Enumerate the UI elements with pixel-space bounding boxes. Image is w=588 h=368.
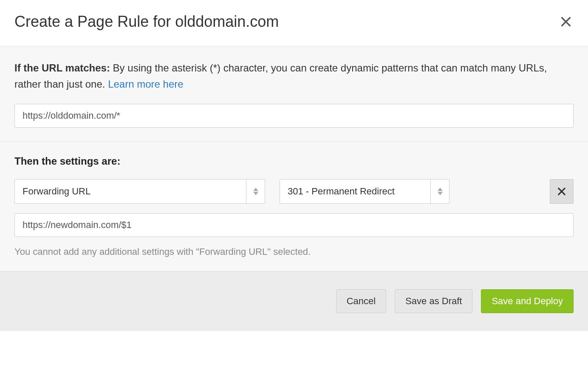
learn-more-link[interactable]: Learn more here — [108, 78, 183, 90]
redirect-type-select[interactable]: 301 - Permanent Redirect — [280, 179, 449, 204]
redirect-type-value: 301 - Permanent Redirect — [280, 180, 430, 203]
settings-note: You cannot add any additional settings w… — [14, 246, 574, 257]
select-stepper-icon — [430, 180, 449, 203]
page-rule-modal: Create a Page Rule for olddomain.com If … — [0, 0, 588, 331]
settings-row: Forwarding URL 301 - Permanent Redirect — [14, 179, 574, 204]
spacer — [464, 179, 535, 204]
modal-footer: Cancel Save as Draft Save and Deploy — [0, 271, 588, 331]
save-deploy-button[interactable]: Save and Deploy — [481, 289, 574, 313]
svg-marker-4 — [438, 188, 443, 191]
remove-setting-button[interactable] — [550, 179, 574, 204]
settings-section: Then the settings are: Forwarding URL 30… — [0, 142, 588, 271]
url-match-section: If the URL matches: By using the asteris… — [0, 46, 588, 142]
svg-marker-2 — [253, 188, 258, 191]
cancel-button[interactable]: Cancel — [336, 289, 386, 313]
modal-header: Create a Page Rule for olddomain.com — [0, 0, 588, 46]
url-match-label: If the URL matches: — [14, 62, 110, 74]
svg-marker-5 — [438, 192, 443, 195]
svg-marker-3 — [253, 192, 258, 195]
setting-type-select[interactable]: Forwarding URL — [14, 179, 265, 204]
setting-type-value: Forwarding URL — [15, 180, 246, 203]
url-match-help-text: If the URL matches: By using the asteris… — [14, 60, 574, 93]
select-stepper-icon — [246, 180, 265, 203]
destination-url-input[interactable] — [14, 213, 574, 237]
close-button[interactable] — [558, 14, 574, 29]
modal-title: Create a Page Rule for olddomain.com — [14, 13, 279, 31]
close-icon — [560, 16, 572, 28]
save-draft-button[interactable]: Save as Draft — [395, 289, 472, 313]
settings-heading: Then the settings are: — [14, 155, 574, 167]
close-icon — [557, 187, 566, 196]
url-pattern-input[interactable] — [14, 104, 574, 128]
